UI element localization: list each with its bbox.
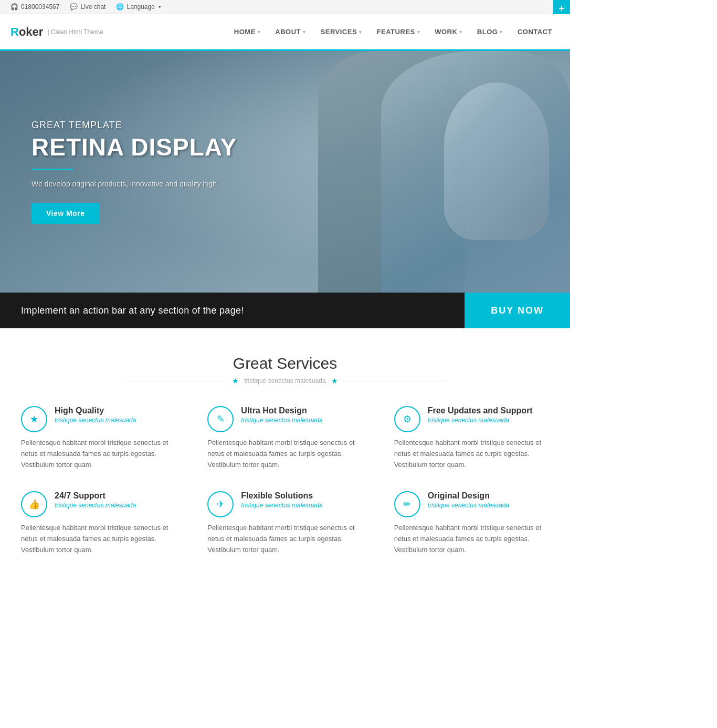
hero-content: GREAT TEMPLATE RETINA DISPLAY We develop… <box>0 120 237 224</box>
nav-contact[interactable]: CONTACT <box>510 14 560 50</box>
service-desc-3: Pellentesque habitant morbi tristique se… <box>394 438 549 470</box>
phone-item: 🎧 01800034567 <box>10 3 59 11</box>
nav-features[interactable]: FEATURES ▾ <box>370 14 428 50</box>
service-header-2: ✎ Ultra Hot Design tristique senectus ma… <box>207 406 362 432</box>
language-label: Language <box>126 3 154 11</box>
service-desc-2: Pellentesque habitant morbi tristique se… <box>207 438 362 470</box>
service-desc-4: Pellentesque habitant morbi tristique se… <box>21 523 176 555</box>
chevron-down-icon: ▾ <box>258 29 261 35</box>
chevron-down-icon: ▾ <box>303 29 306 35</box>
service-tagline-4: tristique senectus malesuada <box>55 502 176 509</box>
service-icon-3: ⚙ <box>394 406 420 432</box>
service-icon-2: ✎ <box>207 406 234 432</box>
live-chat-item[interactable]: 💬 Live chat <box>70 3 106 11</box>
service-info-3: Free Updates and Support tristique senec… <box>428 406 549 424</box>
phone-number: 01800034567 <box>21 3 59 11</box>
action-bar-text: Implement an action bar at any section o… <box>0 305 465 316</box>
hero-divider <box>31 169 73 170</box>
section-divider: ★ tristique senectus malesuada ★ <box>21 377 549 385</box>
action-bar: Implement an action bar at any section o… <box>0 293 570 328</box>
service-tagline-5: tristique senectus malesuada <box>241 502 362 509</box>
live-chat-label: Live chat <box>80 3 106 11</box>
service-name-1: High Quality <box>55 406 176 415</box>
nav-services[interactable]: SERVICES ▾ <box>313 14 370 50</box>
service-name-3: Free Updates and Support <box>428 406 549 415</box>
globe-icon: 🌐 <box>116 3 124 11</box>
chevron-down-icon: ▾ <box>459 29 462 35</box>
logo-subtitle: | Clean Html Theme <box>47 28 103 36</box>
top-bar: 🎧 01800034567 💬 Live chat 🌐 Language ▾ + <box>0 0 570 14</box>
service-name-4: 24/7 Support <box>55 491 176 501</box>
buy-now-button[interactable]: BUY NOW <box>465 293 570 328</box>
service-icon-1: ★ <box>21 406 47 432</box>
service-icon-4: 👍 <box>21 491 47 517</box>
top-bar-left: 🎧 01800034567 💬 Live chat 🌐 Language ▾ <box>10 3 161 11</box>
chevron-down-icon: ▾ <box>159 4 161 9</box>
service-icon-5: ✈ <box>207 491 234 517</box>
hero-title: RETINA DISPLAY <box>31 134 237 161</box>
logo-text: Roker <box>10 25 43 39</box>
nav-blog[interactable]: BLOG ▾ <box>470 14 510 50</box>
service-info-6: Original Design tristique senectus males… <box>428 491 549 509</box>
divider-line-left <box>122 381 227 381</box>
service-header-3: ⚙ Free Updates and Support tristique sen… <box>394 406 549 432</box>
logo-r: R <box>10 25 19 38</box>
nav-work[interactable]: WORK ▾ <box>427 14 470 50</box>
service-info-5: Flexible Solutions tristique senectus ma… <box>241 491 362 509</box>
star-icon-right: ★ <box>331 377 338 385</box>
service-item-247-support: 👍 24/7 Support tristique senectus malesu… <box>21 491 176 555</box>
services-section: Great Services ★ tristique senectus male… <box>0 328 570 587</box>
chevron-down-icon: ▾ <box>417 29 420 35</box>
logo-rest: oker <box>19 25 43 38</box>
service-icon-6: ✏ <box>394 491 420 517</box>
services-grid: ★ High Quality tristique senectus malesu… <box>21 406 549 556</box>
hero-subtitle: GREAT TEMPLATE <box>31 120 237 131</box>
service-info-2: Ultra Hot Design tristique senectus male… <box>241 406 362 424</box>
service-tagline-1: tristique senectus malesuada <box>55 417 176 424</box>
service-header-4: 👍 24/7 Support tristique senectus malesu… <box>21 491 176 517</box>
service-name-6: Original Design <box>428 491 549 501</box>
service-header-1: ★ High Quality tristique senectus malesu… <box>21 406 176 432</box>
services-title: Great Services <box>21 355 549 372</box>
divider-line-right <box>343 381 448 381</box>
nav-home[interactable]: HOME ▾ <box>227 14 268 50</box>
hero-section: GREAT TEMPLATE RETINA DISPLAY We develop… <box>0 51 570 293</box>
star-icon-left: ★ <box>232 377 239 385</box>
service-item-high-quality: ★ High Quality tristique senectus malesu… <box>21 406 176 470</box>
service-item-flexible: ✈ Flexible Solutions tristique senectus … <box>207 491 362 555</box>
service-item-free-updates: ⚙ Free Updates and Support tristique sen… <box>394 406 549 470</box>
divider-text: tristique senectus malesuada <box>244 377 325 384</box>
service-info-4: 24/7 Support tristique senectus malesuad… <box>55 491 176 509</box>
service-name-5: Flexible Solutions <box>241 491 362 501</box>
service-tagline-3: tristique senectus malesuada <box>428 417 549 424</box>
service-item-original-design: ✏ Original Design tristique senectus mal… <box>394 491 549 555</box>
logo: Roker | Clean Html Theme <box>10 25 103 39</box>
service-info-1: High Quality tristique senectus malesuad… <box>55 406 176 424</box>
chat-icon: 💬 <box>70 3 78 11</box>
service-header-6: ✏ Original Design tristique senectus mal… <box>394 491 549 517</box>
language-item[interactable]: 🌐 Language ▾ <box>116 3 161 11</box>
service-name-2: Ultra Hot Design <box>241 406 362 415</box>
header: Roker | Clean Html Theme HOME ▾ ABOUT ▾ … <box>0 14 570 51</box>
hero-description: We develop original products, innovative… <box>31 180 237 188</box>
phone-icon: 🎧 <box>10 3 18 11</box>
view-more-button[interactable]: View More <box>31 203 100 224</box>
service-desc-6: Pellentesque habitant morbi tristique se… <box>394 523 549 555</box>
service-desc-1: Pellentesque habitant morbi tristique se… <box>21 438 176 470</box>
service-header-5: ✈ Flexible Solutions tristique senectus … <box>207 491 362 517</box>
chevron-down-icon: ▾ <box>359 29 362 35</box>
service-item-ultra-hot: ✎ Ultra Hot Design tristique senectus ma… <box>207 406 362 470</box>
service-desc-5: Pellentesque habitant morbi tristique se… <box>207 523 362 555</box>
main-nav: HOME ▾ ABOUT ▾ SERVICES ▾ FEATURES ▾ WOR… <box>227 14 560 50</box>
service-tagline-6: tristique senectus malesuada <box>428 502 549 509</box>
service-tagline-2: tristique senectus malesuada <box>241 417 362 424</box>
chevron-down-icon: ▾ <box>500 29 503 35</box>
nav-about[interactable]: ABOUT ▾ <box>268 14 313 50</box>
